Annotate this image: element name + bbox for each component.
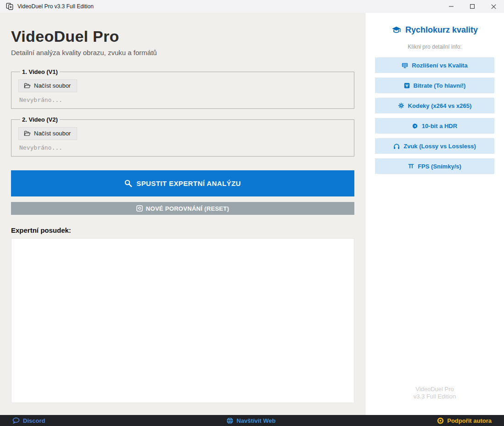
- analyze-button[interactable]: SPUSTIT EXPERTNÍ ANALÝZU: [11, 170, 354, 196]
- page-subtitle: Detailní analýza kvality obrazu, zvuku a…: [11, 49, 354, 56]
- window-controls: [441, 0, 504, 13]
- close-icon: [491, 4, 496, 9]
- gear-icon: [398, 102, 404, 109]
- video1-file-status: Nevybráno...: [18, 96, 347, 103]
- footer-app-name: VideoDuel Pro: [414, 386, 456, 393]
- reset-button-label: NOVÉ POROVNÁNÍ (RESET): [146, 205, 229, 212]
- globe-icon: [226, 417, 233, 424]
- sidebar-item-resolution[interactable]: Rozlišení vs Kvalita: [375, 57, 494, 73]
- open-folder-icon: [24, 83, 31, 89]
- package-icon: [404, 83, 410, 89]
- sidebar: Rychlokurz kvality Klikni pro detailní i…: [365, 13, 504, 415]
- report-label: Expertní posudek:: [11, 226, 354, 234]
- reset-document-icon: [136, 205, 143, 212]
- titlebar: VideoDuel Pro v3.3 Full Edition: [0, 0, 504, 13]
- app-body: VideoDuel Pro Detailní analýza kvality o…: [0, 13, 504, 415]
- sidebar-item-label: Bitrate (To hlavní!): [414, 82, 466, 89]
- website-label: Navštívit Web: [236, 417, 275, 424]
- film-frames-icon: [408, 163, 414, 169]
- video2-load-button[interactable]: Načíst soubor: [18, 127, 77, 140]
- sidebar-item-fps[interactable]: FPS (Snímky/s): [375, 158, 494, 174]
- video2-file-status: Nevybráno...: [18, 144, 347, 151]
- reset-button[interactable]: NOVÉ POROVNÁNÍ (RESET): [11, 202, 354, 215]
- headphones-icon: [393, 143, 400, 149]
- app-window: VideoDuel Pro v3.3 Full Edition VideoDue…: [0, 0, 504, 426]
- discord-link[interactable]: Discord: [12, 417, 45, 424]
- sidebar-item-codecs[interactable]: Kodeky (x264 vs x265): [375, 98, 494, 113]
- sidebar-item-bitrate[interactable]: Bitrate (To hlavní!): [375, 78, 494, 93]
- sidebar-item-label: FPS (Snímky/s): [418, 163, 461, 170]
- minimize-button[interactable]: [441, 0, 462, 13]
- sidebar-item-hdr[interactable]: 10-bit a HDR: [375, 118, 494, 134]
- sidebar-item-label: Zvuk (Lossy vs Lossless): [403, 143, 476, 150]
- donate-link[interactable]: Podpořit autora: [437, 417, 492, 424]
- graduation-cap-icon: [392, 26, 401, 34]
- coin-icon: [437, 417, 444, 424]
- main-panel: VideoDuel Pro Detailní analýza kvality o…: [0, 13, 365, 415]
- video2-load-label: Načíst soubor: [34, 130, 71, 137]
- video1-legend: 1. Video (V1): [20, 68, 60, 75]
- search-icon: [124, 179, 132, 187]
- maximize-button[interactable]: [462, 0, 483, 13]
- window-title: VideoDuel Pro v3.3 Full Edition: [17, 3, 94, 10]
- page-title: VideoDuel Pro: [11, 28, 354, 45]
- discord-label: Discord: [23, 417, 45, 424]
- sidebar-item-label: Kodeky (x264 vs x265): [408, 102, 472, 109]
- status-bar: Discord Navštívit Web Podpořit autora: [0, 415, 504, 426]
- donate-label: Podpořit autora: [447, 417, 492, 424]
- sidebar-subtitle: Klikni pro detailní info:: [408, 44, 461, 50]
- video1-group: 1. Video (V1) Načíst soubor Nevybráno...: [11, 68, 354, 109]
- open-folder-icon: [24, 130, 31, 136]
- website-link[interactable]: Navštívit Web: [226, 417, 275, 424]
- minimize-icon: [449, 4, 454, 9]
- tv-icon: [402, 62, 408, 68]
- analyze-button-label: SPUSTIT EXPERTNÍ ANALÝZU: [136, 179, 241, 187]
- sidebar-footer: VideoDuel Pro v3.3 Full Edition: [414, 386, 456, 400]
- footer-app-version: v3.3 Full Edition: [414, 393, 456, 400]
- color-wheel-icon: [412, 123, 418, 129]
- video1-load-button[interactable]: Načíst soubor: [18, 79, 77, 92]
- maximize-icon: [470, 4, 475, 9]
- sidebar-header: Rychlokurz kvality: [392, 25, 478, 35]
- video1-load-label: Načíst soubor: [34, 82, 71, 89]
- sidebar-item-label: 10-bit a HDR: [422, 123, 457, 129]
- sidebar-item-audio[interactable]: Zvuk (Lossy vs Lossless): [375, 138, 494, 154]
- compare-documents-icon: [6, 3, 13, 10]
- sidebar-item-label: Rozlišení vs Kvalita: [412, 62, 467, 69]
- video2-legend: 2. Video (V2): [20, 116, 60, 123]
- chat-bubble-icon: [12, 417, 20, 424]
- report-textarea[interactable]: [11, 238, 354, 403]
- video2-group: 2. Video (V2) Načíst soubor Nevybráno...: [11, 116, 354, 157]
- close-button[interactable]: [483, 0, 504, 13]
- sidebar-button-list: Rozlišení vs Kvalita Bitrate (To hlavní!…: [365, 57, 504, 179]
- sidebar-title: Rychlokurz kvality: [405, 25, 478, 35]
